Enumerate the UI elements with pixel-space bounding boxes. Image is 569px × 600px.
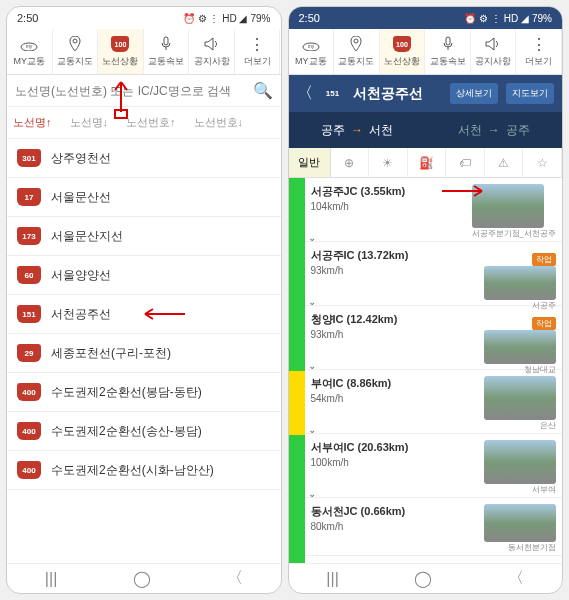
- top-tab-bar: myMY교통 교통지도 100노선상황 교통속보 공지사항 ⋮더보기: [289, 29, 563, 75]
- tab-route[interactable]: 100 노선상황: [98, 29, 144, 74]
- filter-toolbar: 일반 ⊕ ☀ ⛽ 🏷 ⚠ ☆: [289, 148, 563, 178]
- dir-tab-b[interactable]: 서천 → 공주: [425, 112, 562, 148]
- back-icon[interactable]: 〈: [508, 568, 524, 589]
- cctv-thumb[interactable]: [472, 184, 544, 228]
- sort-name-desc[interactable]: 노선명↓: [70, 115, 109, 130]
- tab-more[interactable]: ⋮더보기: [516, 29, 562, 74]
- android-nav: ||| ◯ 〈: [7, 563, 281, 593]
- more-icon: ⋮: [530, 35, 548, 53]
- arrow-icon: →: [351, 123, 363, 137]
- route-title: 서천공주선: [353, 85, 443, 103]
- svg-point-7: [354, 39, 358, 43]
- warning-icon[interactable]: ⚠: [485, 148, 524, 178]
- recent-icon[interactable]: |||: [326, 570, 338, 588]
- sort-num-desc[interactable]: 노선번호↓: [194, 115, 244, 130]
- status-time: 2:50: [299, 12, 320, 24]
- svg-rect-3: [164, 37, 168, 45]
- tab-notice[interactable]: 공지사항: [189, 29, 235, 74]
- status-icons: ⏰ ⚙ ⋮ HD ◢79%: [183, 13, 271, 24]
- tab-my[interactable]: myMY교통: [289, 29, 335, 74]
- shield-icon: 100: [393, 35, 411, 53]
- my-icon: my: [302, 35, 320, 53]
- ic-item[interactable]: ⌄ 서공주JC (3.55km) 104km/h 서공주분기점_서천공주: [305, 178, 563, 242]
- svg-text:my: my: [26, 43, 33, 49]
- android-nav: ||| ◯ 〈: [289, 563, 563, 593]
- tab-map[interactable]: 교통지도: [334, 29, 380, 74]
- home-icon[interactable]: ◯: [133, 569, 151, 588]
- map-button[interactable]: 지도보기: [506, 83, 554, 104]
- back-icon[interactable]: 〈: [227, 568, 243, 589]
- route-item[interactable]: 151서천공주선: [7, 295, 281, 334]
- annotation-arrow-route: [143, 307, 191, 321]
- phone-right: 2:50 ⏰ ⚙ ⋮ HD ◢79% myMY교통 교통지도 100노선상황 교…: [288, 6, 564, 594]
- route-item[interactable]: 17서울문산선: [7, 178, 281, 217]
- tab-map[interactable]: 교통지도: [53, 29, 99, 74]
- tab-route[interactable]: 100노선상황: [380, 29, 426, 74]
- tag-icon[interactable]: 🏷: [446, 148, 485, 178]
- route-item[interactable]: 301상주영천선: [7, 139, 281, 178]
- route-item[interactable]: 29세종포천선(구리-포천): [7, 334, 281, 373]
- ic-item[interactable]: ⌄ 서부여IC (20.63km)100km/h 서부여: [305, 434, 563, 498]
- ic-list[interactable]: ⌄ 서공주JC (3.55km) 104km/h 서공주분기점_서천공주 ⌄ 서…: [289, 178, 563, 563]
- back-icon[interactable]: 〈: [297, 83, 313, 104]
- work-badge: 작업: [532, 317, 556, 330]
- tab-more[interactable]: ⋮ 더보기: [235, 29, 281, 74]
- route-item[interactable]: 60서울양양선: [7, 256, 281, 295]
- shield-icon: 100: [111, 35, 129, 53]
- speaker-icon: [203, 35, 221, 53]
- recent-icon[interactable]: |||: [45, 570, 57, 588]
- tab-news[interactable]: 교통속보: [144, 29, 190, 74]
- route-item[interactable]: 173서울문산지선: [7, 217, 281, 256]
- cctv-thumb[interactable]: [484, 330, 556, 364]
- tab-my[interactable]: my MY교통: [7, 29, 53, 74]
- mic-icon: [157, 35, 175, 53]
- detail-button[interactable]: 상세보기: [450, 83, 498, 104]
- search-row: 🔍: [7, 75, 281, 107]
- arrow-icon: →: [488, 123, 500, 137]
- sort-row: 노선명↑ 노선명↓ 노선번호↑ 노선번호↓: [7, 107, 281, 139]
- search-input[interactable]: [15, 84, 247, 98]
- fuel-icon[interactable]: ⛽: [408, 148, 447, 178]
- ic-item[interactable]: ⌄ 부여IC (8.86km)54km/h 은산: [305, 370, 563, 434]
- direction-tabs: 공주 → 서천 서천 → 공주: [289, 112, 563, 148]
- more-icon: ⋮: [248, 35, 266, 53]
- ic-item[interactable]: ⌄ 서공주IC (13.72km)93km/h 작업서공주: [305, 242, 563, 306]
- dir-tab-a[interactable]: 공주 → 서천: [289, 112, 426, 148]
- mic-icon: [439, 35, 457, 53]
- route-list[interactable]: 301상주영천선 17서울문산선 173서울문산지선 60서울양양선 151서천…: [7, 139, 281, 563]
- home-icon[interactable]: ◯: [414, 569, 432, 588]
- status-bar: 2:50 ⏰ ⚙ ⋮ HD ◢79%: [289, 7, 563, 29]
- cctv-thumb[interactable]: [484, 440, 556, 484]
- phone-left: 2:50 ⏰ ⚙ ⋮ HD ◢79% my MY교통 교통지도 100 노선상황…: [6, 6, 282, 594]
- cctv-thumb[interactable]: [484, 376, 556, 420]
- route-item[interactable]: 400수도권제2순환선(시화-남안산): [7, 451, 281, 490]
- status-time: 2:50: [17, 12, 38, 24]
- target-icon[interactable]: ⊕: [331, 148, 370, 178]
- ic-item[interactable]: ⌄ 청양IC (12.42km)93km/h 작업청남대교: [305, 306, 563, 370]
- svg-rect-8: [446, 37, 450, 45]
- search-icon[interactable]: 🔍: [253, 81, 273, 100]
- timeline: [289, 178, 305, 563]
- route-item[interactable]: 400수도권제2순환선(송산-봉담): [7, 412, 281, 451]
- tab-notice[interactable]: 공지사항: [471, 29, 517, 74]
- my-icon: my: [20, 35, 38, 53]
- sort-num-asc[interactable]: 노선번호↑: [126, 115, 176, 130]
- status-icons: ⏰ ⚙ ⋮ HD ◢79%: [464, 13, 552, 24]
- route-shield-icon: 151: [321, 85, 345, 103]
- cctv-thumb[interactable]: [484, 266, 556, 300]
- route-item[interactable]: 400수도권제2순환선(봉담-동탄): [7, 373, 281, 412]
- tab-news[interactable]: 교통속보: [425, 29, 471, 74]
- work-badge: 작업: [532, 253, 556, 266]
- sun-icon[interactable]: ☀: [369, 148, 408, 178]
- star-icon[interactable]: ☆: [523, 148, 562, 178]
- svg-text:my: my: [307, 43, 314, 49]
- pin-icon: [66, 35, 84, 53]
- speaker-icon: [484, 35, 502, 53]
- cctv-thumb[interactable]: [484, 504, 556, 542]
- detail-header: 〈 151 서천공주선 상세보기 지도보기: [289, 75, 563, 112]
- status-bar: 2:50 ⏰ ⚙ ⋮ HD ◢79%: [7, 7, 281, 29]
- ic-item[interactable]: 동서천JC (0.66km)80km/h 동서천분기점: [305, 498, 563, 556]
- pin-icon: [347, 35, 365, 53]
- sort-name-asc[interactable]: 노선명↑: [13, 115, 52, 130]
- filter-label[interactable]: 일반: [289, 148, 331, 177]
